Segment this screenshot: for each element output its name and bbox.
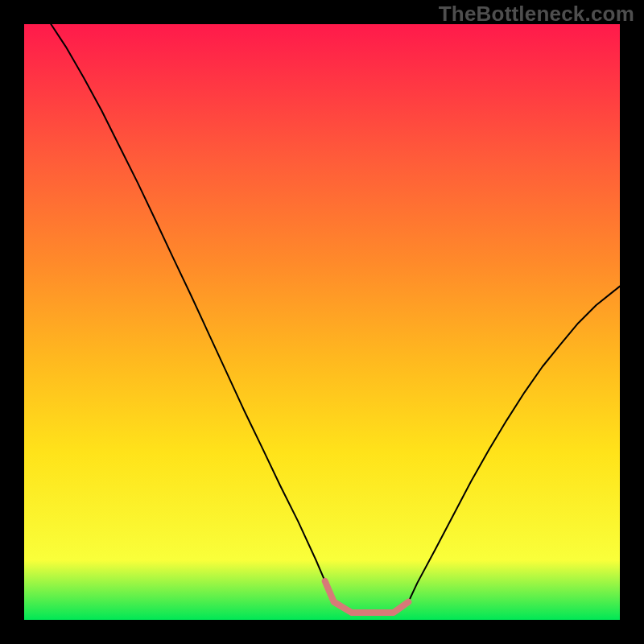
plot-area <box>24 24 620 620</box>
gradient-background <box>24 24 620 620</box>
chart-frame: TheBottleneck.com <box>0 0 644 644</box>
chart-svg <box>24 24 620 620</box>
watermark-text: TheBottleneck.com <box>439 2 634 27</box>
